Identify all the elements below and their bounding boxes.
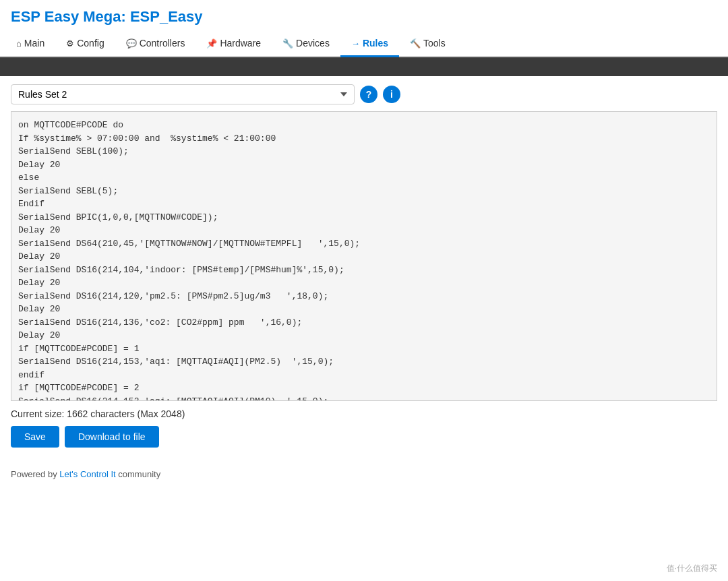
nav-label-rules: Rules	[363, 38, 388, 49]
config-icon: ⚙	[66, 38, 74, 49]
footer-suffix: community	[116, 469, 160, 479]
status-text: Current size: 1662 characters (Max 2048)	[11, 408, 717, 419]
nav-label-controllers: Controllers	[140, 38, 185, 49]
info-button[interactable]: i	[383, 86, 400, 103]
nav-label-hardware: Hardware	[220, 38, 261, 49]
hardware-icon: 📌	[206, 38, 217, 49]
footer-prefix: Powered by	[11, 469, 59, 479]
devices-icon: 🔧	[282, 38, 293, 49]
download-button[interactable]: Download to file	[65, 426, 159, 448]
dark-bar	[0, 57, 728, 76]
main-icon: ⌂	[16, 38, 22, 49]
nav-item-devices[interactable]: 🔧 Devices	[272, 31, 340, 57]
nav-bar: ⌂ Main ⚙ Config 💬 Controllers 📌 Hardware…	[0, 31, 728, 57]
footer-link[interactable]: Let's Control It	[59, 469, 115, 479]
help-button[interactable]: ?	[360, 86, 377, 103]
rules-header: Rules Set 2 ? i	[11, 84, 717, 104]
nav-label-config: Config	[77, 38, 104, 49]
nav-item-config[interactable]: ⚙ Config	[55, 31, 115, 57]
action-buttons: Save Download to file	[11, 426, 717, 448]
page-title: ESP Easy Mega: ESP_Easy	[0, 0, 728, 31]
nav-item-tools[interactable]: 🔨 Tools	[399, 31, 456, 57]
nav-item-controllers[interactable]: 💬 Controllers	[115, 31, 196, 57]
rules-code-editor[interactable]	[11, 111, 717, 401]
controllers-icon: 💬	[126, 38, 137, 49]
nav-item-main[interactable]: ⌂ Main	[5, 31, 55, 57]
save-button[interactable]: Save	[11, 426, 59, 448]
content-area: Rules Set 2 ? i Current size: 1662 chara…	[0, 76, 728, 456]
nav-item-rules[interactable]: → Rules	[340, 31, 399, 57]
rules-set-select[interactable]: Rules Set 2	[11, 84, 355, 104]
tools-icon: 🔨	[410, 38, 421, 49]
footer: Powered by Let's Control It community	[0, 469, 728, 479]
nav-label-tools: Tools	[423, 38, 446, 49]
nav-label-devices: Devices	[296, 38, 330, 49]
rules-icon: →	[351, 38, 360, 49]
nav-label-main: Main	[24, 38, 44, 49]
nav-item-hardware[interactable]: 📌 Hardware	[195, 31, 272, 57]
